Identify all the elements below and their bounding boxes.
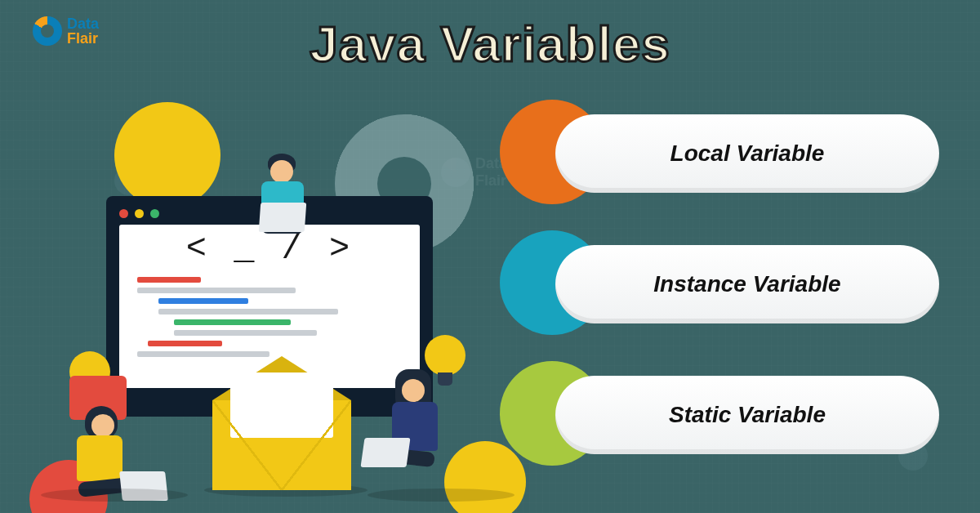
list-item: Instance Variable <box>523 245 947 323</box>
item-label: Local Variable <box>670 141 825 167</box>
variable-type-list: Local Variable Instance Variable Static … <box>523 114 947 454</box>
item-label: Instance Variable <box>653 271 840 297</box>
pill-body: Local Variable <box>555 114 939 193</box>
lightbulb-icon <box>425 335 466 376</box>
list-item: Local Variable <box>523 114 947 193</box>
lightbulb-icon <box>114 102 220 208</box>
pill-body: Static Variable <box>555 376 939 454</box>
pill-body: Instance Variable <box>555 245 939 323</box>
item-label: Static Variable <box>669 402 826 428</box>
code-lines-icon <box>137 272 402 362</box>
list-item: Static Variable <box>523 376 947 454</box>
page-title: Java Variables <box>0 15 980 73</box>
person-top-icon <box>243 157 325 255</box>
hero-illustration: < _ / > <box>41 123 498 498</box>
envelope-icon <box>212 400 351 490</box>
